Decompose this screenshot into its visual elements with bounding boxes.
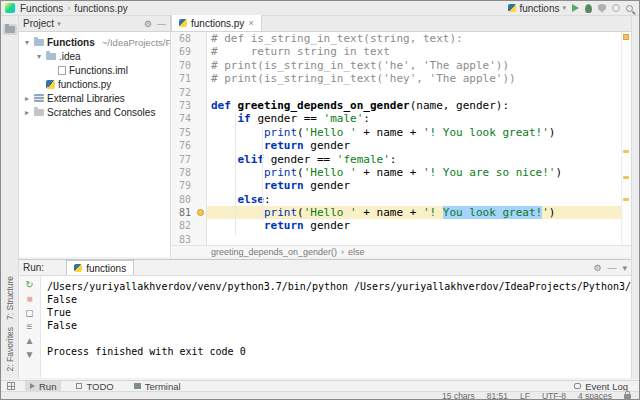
tree-item[interactable]: ▾Functions~/IdeaProjects/Python3/Functio… (19, 35, 170, 49)
tree-item[interactable]: ▾.idea (19, 49, 170, 63)
gear-icon[interactable]: ⚙ (144, 19, 152, 29)
code-token: ( (297, 166, 304, 179)
line-number[interactable]: 70 (171, 59, 195, 72)
scroll-down-icon[interactable]: ▼ (25, 349, 35, 360)
code-line[interactable]: 75 print('Hello ' + name + '! You look g… (171, 126, 621, 139)
settings-icon[interactable]: ⚙ (593, 263, 601, 273)
project-tree: ▾Functions~/IdeaProjects/Python3/Functio… (19, 35, 170, 119)
inspection-indicator-icon[interactable] (623, 34, 629, 40)
code-token: + name + (357, 166, 423, 179)
code-line[interactable]: 76 return gender (171, 139, 621, 152)
code-line[interactable]: 70# print(is_string_in_text('he', 'The a… (171, 59, 621, 72)
code-line[interactable]: 68# def is_string_in_text(string, text): (171, 32, 621, 45)
code-line[interactable]: 73def greeting_depends_on_gender(name, g… (171, 99, 621, 112)
code-line[interactable]: 79 return gender (171, 179, 621, 192)
code-editor[interactable]: 68# def is_string_in_text(string, text):… (171, 32, 631, 257)
run-button[interactable] (572, 4, 579, 12)
status-item[interactable]: 15 chars (442, 392, 475, 400)
line-number[interactable]: 68 (171, 32, 195, 45)
code-line[interactable]: 81 print('Hello ' + name + '! You look g… (171, 206, 621, 219)
intention-bulb-icon[interactable] (197, 209, 204, 216)
rerun-icon[interactable]: ↻ (25, 279, 33, 290)
bottom-tab-terminal[interactable]: Terminal (129, 381, 186, 392)
collapse-all-icon[interactable]: — (157, 19, 166, 29)
editor-scrollbar[interactable] (621, 32, 631, 245)
code-line[interactable]: 82 return gender (171, 219, 621, 232)
restore-layout-icon[interactable]: ◻ (25, 307, 33, 318)
profiler-button[interactable] (612, 4, 620, 12)
line-number[interactable]: 74 (171, 112, 195, 125)
tab-functions-py[interactable]: functions.py × (171, 15, 262, 31)
code-line[interactable]: 77 elif gender == 'female': (171, 153, 621, 166)
folder-icon (34, 39, 44, 46)
line-number[interactable]: 79 (171, 179, 195, 192)
nav-crumb[interactable]: Functions (20, 3, 63, 14)
lock-icon[interactable] (624, 394, 631, 399)
code-line[interactable]: 74 if gender == 'male': (171, 112, 621, 125)
code-line[interactable]: 69# return string in text (171, 45, 621, 58)
breadcrumb-item[interactable]: greeting_depends_on_gender() (211, 247, 337, 257)
debug-button[interactable] (585, 4, 592, 13)
project-toolwindow-button[interactable] (3, 24, 17, 35)
warning-mark[interactable] (623, 198, 629, 201)
line-number[interactable]: 83 (171, 233, 195, 245)
line-number[interactable]: 73 (171, 99, 195, 112)
line-number[interactable]: 72 (171, 86, 195, 99)
tree-item[interactable]: functions.py (19, 77, 170, 91)
code-line[interactable]: 71# print(is_string_in_text('hey', 'The … (171, 72, 621, 85)
line-number[interactable]: 81 (171, 206, 195, 219)
minimize-icon[interactable]: — (607, 263, 616, 273)
line-number[interactable]: 76 (171, 139, 195, 152)
run-tab-functions[interactable]: functions (66, 260, 134, 275)
toolwindow-button-structure[interactable]: 7: Structure (5, 276, 15, 320)
line-number[interactable]: 77 (171, 153, 195, 166)
code-token: : (390, 153, 397, 166)
project-panel-header[interactable]: Project ▾ ⚙ — (19, 16, 171, 31)
restore-icon[interactable]: ▾ (622, 263, 627, 273)
scroll-up-icon[interactable]: ▲ (25, 335, 35, 346)
search-everywhere-icon[interactable] (626, 5, 633, 12)
status-item[interactable]: 81:51 (487, 392, 508, 400)
run-controls: functions ▾ (508, 3, 635, 14)
code-token: + name + (357, 206, 423, 219)
run-configuration-select[interactable]: functions ▾ (508, 3, 566, 14)
status-item[interactable]: LF (520, 392, 530, 400)
warning-mark[interactable] (623, 176, 629, 179)
breadcrumb-item[interactable]: else (348, 247, 365, 257)
code-token: 'Hello ' (304, 206, 357, 219)
code-lines[interactable]: 68# def is_string_in_text(string, text):… (171, 32, 621, 245)
line-number[interactable]: 78 (171, 166, 195, 179)
line-number[interactable]: 71 (171, 72, 195, 85)
status-item[interactable]: 4 spaces (578, 392, 612, 400)
line-number[interactable]: 69 (171, 45, 195, 58)
code-line[interactable]: 72 (171, 86, 621, 99)
pin-icon[interactable]: ≡ (27, 321, 33, 332)
line-number[interactable]: 82 (171, 219, 195, 232)
tree-item[interactable]: ▸Scratches and Consoles (19, 105, 170, 119)
tab-label: functions.py (191, 18, 244, 29)
tree-item[interactable]: Functions.iml (19, 63, 170, 77)
tree-item[interactable]: ▸External Libraries (19, 91, 170, 105)
status-item[interactable]: UTF-8 (542, 392, 566, 400)
coverage-button[interactable] (598, 4, 606, 13)
code-token: gender == (271, 153, 337, 166)
bottom-tab-todo[interactable]: TODO (71, 381, 118, 392)
code-line[interactable]: 83 (171, 233, 621, 245)
chevron-open-icon: ▾ (35, 52, 43, 61)
tree-label: External Libraries (47, 93, 125, 104)
line-number[interactable]: 80 (171, 193, 195, 206)
nav-crumb[interactable]: functions.py (74, 3, 127, 14)
bottom-tab-event-log[interactable]: Event Log (569, 381, 633, 392)
stop-icon[interactable]: ■ (26, 293, 32, 304)
code-line[interactable]: 80 else: (171, 193, 621, 206)
bottom-tab-label: TODO (86, 381, 113, 392)
run-console[interactable]: /Users/yuriyallakhverdov/venv/python3.7/… (41, 276, 631, 378)
line-number[interactable]: 75 (171, 126, 195, 139)
toolwindow-button-favorites[interactable]: 2: Favorites (5, 327, 15, 371)
warning-mark[interactable] (623, 150, 629, 153)
python-icon (74, 264, 82, 272)
toolwindow-switcher-icon[interactable] (7, 382, 15, 390)
bottom-tab-run[interactable]: Run (25, 381, 61, 392)
code-line[interactable]: 78 print('Hello ' + name + '! You are so… (171, 166, 621, 179)
close-tab-icon[interactable]: × (248, 18, 253, 28)
